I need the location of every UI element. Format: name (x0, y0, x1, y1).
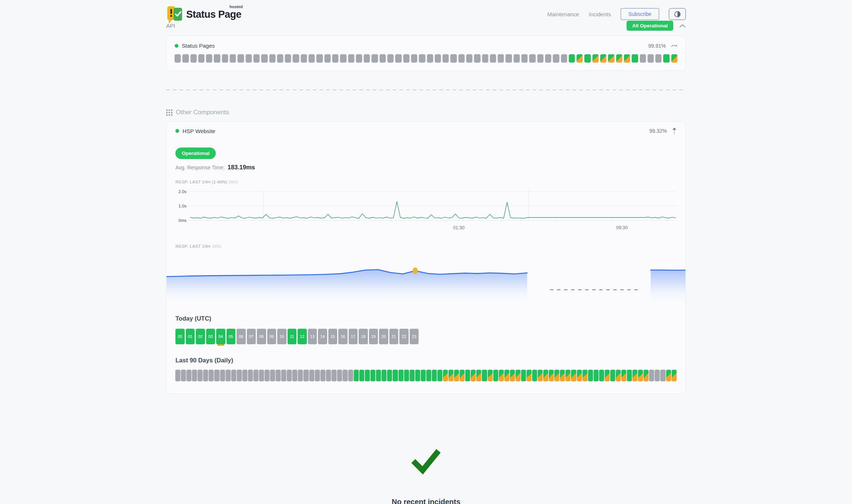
theme-toggle-button[interactable] (669, 8, 686, 20)
uptime-bar[interactable] (246, 54, 252, 62)
uptime-bar[interactable] (459, 54, 464, 62)
daily-uptime-bar[interactable] (399, 370, 403, 381)
daily-uptime-bar[interactable] (220, 370, 225, 381)
daily-uptime-bar[interactable] (621, 370, 626, 381)
daily-uptime-bar[interactable] (616, 370, 621, 381)
daily-uptime-bar[interactable] (270, 370, 275, 381)
hour-block-06[interactable]: 06 (237, 329, 246, 344)
daily-uptime-bar[interactable] (281, 370, 286, 381)
daily-uptime-bar[interactable] (432, 370, 437, 381)
uptime-bar[interactable] (584, 54, 590, 62)
daily-uptime-bar[interactable] (404, 370, 409, 381)
uptime-bar[interactable] (474, 54, 480, 62)
uptime-bar[interactable] (261, 54, 267, 62)
nav-maintenance[interactable]: Maintenance (547, 11, 579, 17)
daily-uptime-bar[interactable] (566, 370, 570, 381)
hour-block-03[interactable]: 03 (206, 329, 215, 344)
daily-uptime-bar[interactable] (493, 370, 498, 381)
daily-uptime-bar[interactable] (248, 370, 253, 381)
collapse-arrow-up-icon[interactable] (672, 128, 677, 134)
hour-block-16[interactable]: 16 (338, 329, 348, 344)
hour-block-01[interactable]: 01 (186, 329, 195, 344)
subscribe-button[interactable]: Subscribe (621, 8, 659, 20)
daily-uptime-bar[interactable] (504, 370, 509, 381)
refresh-icon[interactable] (671, 43, 677, 48)
hour-block-18[interactable]: 18 (359, 329, 368, 344)
hour-block-04[interactable]: 04 (216, 329, 225, 344)
uptime-bar[interactable] (529, 54, 535, 62)
daily-uptime-bar[interactable] (370, 370, 375, 381)
uptime-bar[interactable] (285, 54, 291, 62)
uptime-bar[interactable] (175, 54, 181, 62)
daily-uptime-bar[interactable] (387, 370, 392, 381)
daily-uptime-bar[interactable] (376, 370, 381, 381)
daily-uptime-bar[interactable] (354, 370, 359, 381)
uptime-bar[interactable] (364, 54, 370, 62)
hour-block-05[interactable]: 05 (227, 329, 236, 344)
daily-uptime-bar[interactable] (410, 370, 415, 381)
daily-uptime-bar[interactable] (321, 370, 325, 381)
daily-uptime-bar[interactable] (527, 370, 531, 381)
daily-uptime-bar[interactable] (454, 370, 459, 381)
daily-uptime-bar[interactable] (209, 370, 214, 381)
uptime-bar[interactable] (332, 54, 338, 62)
daily-uptime-bar[interactable] (203, 370, 208, 381)
hour-block-10[interactable]: 10 (277, 329, 286, 344)
uptime-bar[interactable] (608, 54, 614, 62)
uptime-bar[interactable] (561, 54, 567, 62)
uptime-bar[interactable] (230, 54, 236, 62)
daily-uptime-bar[interactable] (426, 370, 431, 381)
uptime-bar[interactable] (553, 54, 559, 62)
uptime-bar[interactable] (624, 54, 630, 62)
uptime-bar[interactable] (490, 54, 496, 62)
uptime-bar[interactable] (663, 54, 669, 62)
uptime-bar[interactable] (309, 54, 315, 62)
daily-uptime-bar[interactable] (181, 370, 186, 381)
hour-block-08[interactable]: 08 (257, 329, 266, 344)
daily-uptime-bar[interactable] (303, 370, 308, 381)
uptime-bar[interactable] (640, 54, 646, 62)
uptime-bar[interactable] (340, 54, 346, 62)
uptime-bar[interactable] (206, 54, 212, 62)
daily-uptime-bar[interactable] (292, 370, 297, 381)
daily-uptime-bar[interactable] (231, 370, 236, 381)
daily-uptime-bar[interactable] (443, 370, 448, 381)
uptime-bar[interactable] (348, 54, 354, 62)
uptime-bar[interactable] (577, 54, 583, 62)
uptime-bar[interactable] (435, 54, 441, 62)
daily-uptime-bar[interactable] (315, 370, 320, 381)
daily-uptime-bar[interactable] (577, 370, 582, 381)
daily-uptime-bar[interactable] (309, 370, 314, 381)
daily-uptime-bar[interactable] (610, 370, 615, 381)
daily-uptime-bar[interactable] (605, 370, 610, 381)
daily-uptime-bar[interactable] (393, 370, 398, 381)
daily-uptime-bar[interactable] (471, 370, 476, 381)
daily-uptime-bar[interactable] (560, 370, 565, 381)
daily-uptime-bar[interactable] (437, 370, 442, 381)
daily-uptime-bar[interactable] (359, 370, 364, 381)
daily-uptime-bar[interactable] (265, 370, 269, 381)
daily-uptime-bar[interactable] (532, 370, 537, 381)
daily-uptime-bar[interactable] (242, 370, 247, 381)
daily-uptime-bar[interactable] (365, 370, 370, 381)
daily-uptime-bar[interactable] (465, 370, 470, 381)
daily-uptime-bar[interactable] (499, 370, 504, 381)
hour-block-23[interactable]: 23 (410, 329, 419, 344)
daily-uptime-bar[interactable] (237, 370, 242, 381)
uptime-bar[interactable] (569, 54, 575, 62)
daily-uptime-bar[interactable] (482, 370, 487, 381)
daily-uptime-bar[interactable] (187, 370, 191, 381)
daily-uptime-bar[interactable] (276, 370, 281, 381)
daily-uptime-bar[interactable] (516, 370, 520, 381)
uptime-bar[interactable] (277, 54, 283, 62)
uptime-bar[interactable] (427, 54, 433, 62)
uptime-bar[interactable] (372, 54, 378, 62)
daily-uptime-bar[interactable] (175, 370, 180, 381)
hour-block-19[interactable]: 19 (369, 329, 378, 344)
hour-block-12[interactable]: 12 (298, 329, 307, 344)
hour-block-02[interactable]: 02 (196, 329, 205, 344)
uptime-bar[interactable] (521, 54, 527, 62)
daily-uptime-bar[interactable] (348, 370, 353, 381)
uptime-bar[interactable] (403, 54, 409, 62)
daily-uptime-bar[interactable] (649, 370, 654, 381)
